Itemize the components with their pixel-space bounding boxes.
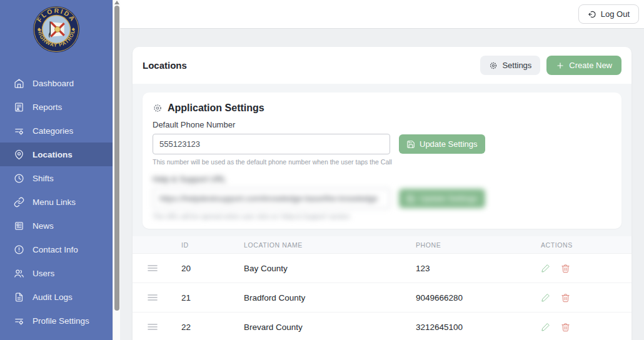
phone-helper-text: This number will be used as the default … bbox=[153, 158, 611, 166]
trash-icon bbox=[561, 293, 570, 302]
drag-handle-icon[interactable] bbox=[148, 322, 181, 331]
table-header: ID LOCATION NAME PHONE ACTIONS bbox=[133, 236, 631, 254]
drag-handle-icon[interactable] bbox=[148, 264, 181, 272]
cell-phone: 123 bbox=[416, 264, 541, 273]
row-actions bbox=[541, 322, 631, 332]
phone-field-label: Default Phone Number bbox=[153, 120, 611, 129]
pencil-icon bbox=[541, 293, 550, 302]
news-icon bbox=[14, 221, 24, 231]
application-settings-title: Application Settings bbox=[153, 102, 611, 114]
cell-id: 22 bbox=[181, 322, 244, 332]
sidebar-item-label: News bbox=[33, 221, 54, 231]
support-field-label: Help & Support URL bbox=[153, 174, 611, 184]
trash-icon bbox=[561, 264, 570, 273]
sidebar: FLORIDA HIGHWAY PATROL Dashboard Reports bbox=[0, 0, 113, 340]
settings-button[interactable]: Settings bbox=[480, 56, 540, 75]
gear-icon bbox=[489, 61, 498, 70]
plus-icon bbox=[556, 61, 565, 70]
fhp-logo: FLORIDA HIGHWAY PATROL bbox=[0, 0, 113, 54]
cell-phone: 9049666280 bbox=[416, 293, 541, 302]
sidebar-item-contact-info[interactable]: Contact Info bbox=[0, 238, 113, 261]
support-helper-text: The URL will be opened when user click o… bbox=[153, 212, 611, 220]
users-icon bbox=[14, 268, 24, 279]
sidebar-item-label: Profile Settings bbox=[33, 316, 89, 326]
home-icon bbox=[14, 78, 24, 89]
sidebar-item-profile-settings[interactable]: Profile Settings bbox=[0, 309, 113, 332]
alert-badge-icon bbox=[14, 244, 24, 255]
gear-icon bbox=[153, 103, 163, 113]
edit-button[interactable] bbox=[541, 264, 550, 273]
topbar: Log Out bbox=[120, 0, 644, 29]
sidebar-item-reports[interactable]: Reports bbox=[0, 95, 113, 119]
table-row: 20 Bay County 123 bbox=[133, 254, 631, 283]
logout-button[interactable]: Log Out bbox=[578, 4, 639, 24]
row-actions bbox=[541, 293, 631, 302]
sidebar-item-label: Reports bbox=[33, 102, 62, 112]
update-settings-button[interactable]: Update Settings bbox=[399, 134, 485, 154]
sliders-gear-icon bbox=[14, 316, 24, 326]
save-icon bbox=[406, 194, 415, 203]
sidebar-item-audit-logs[interactable]: Audit Logs bbox=[0, 285, 113, 309]
scrollbar-thumb[interactable] bbox=[114, 6, 119, 311]
scroll-up-arrow[interactable] bbox=[114, 1, 119, 4]
header-phone: PHONE bbox=[416, 241, 541, 249]
pencil-icon bbox=[541, 264, 550, 273]
cell-id: 20 bbox=[181, 264, 244, 273]
update-support-button[interactable]: Update Settings bbox=[399, 189, 485, 208]
default-phone-input[interactable] bbox=[153, 134, 390, 154]
page-title: Locations bbox=[143, 60, 187, 71]
application-settings-card: Application Settings Default Phone Numbe… bbox=[143, 92, 621, 229]
support-url-input[interactable] bbox=[153, 188, 390, 209]
sidebar-item-menu-links[interactable]: Menu Links bbox=[0, 190, 113, 214]
header-id: ID bbox=[181, 241, 244, 249]
section-title-label: Application Settings bbox=[168, 102, 264, 114]
locations-card: Locations Settings Create New bbox=[133, 47, 631, 340]
cell-id: 21 bbox=[181, 293, 244, 302]
settings-label: Settings bbox=[502, 61, 531, 70]
map-pin-icon bbox=[14, 149, 24, 160]
pencil-icon bbox=[541, 322, 550, 332]
cell-location-name: Brevard County bbox=[244, 322, 416, 332]
sidebar-item-label: Shifts bbox=[33, 174, 54, 183]
sidebar-scrollbar bbox=[113, 0, 120, 340]
delete-button[interactable] bbox=[561, 264, 570, 273]
sidebar-item-locations[interactable]: Locations bbox=[0, 142, 113, 166]
update-support-label: Update Settings bbox=[420, 194, 478, 203]
cell-phone: 3212645100 bbox=[416, 322, 541, 332]
cell-location-name: Bay County bbox=[244, 264, 416, 273]
delete-button[interactable] bbox=[561, 293, 570, 302]
row-actions bbox=[541, 264, 631, 273]
file-icon bbox=[14, 292, 24, 302]
content: Locations Settings Create New bbox=[120, 29, 644, 340]
sidebar-item-label: Dashboard bbox=[33, 79, 74, 88]
categories-icon bbox=[14, 126, 24, 136]
sidebar-item-categories[interactable]: Categories bbox=[0, 119, 113, 142]
drag-handle-icon[interactable] bbox=[148, 293, 181, 302]
logout-label: Log Out bbox=[601, 9, 630, 19]
sidebar-item-users[interactable]: Users bbox=[0, 261, 113, 285]
trash-icon bbox=[561, 322, 570, 332]
sidebar-item-label: Locations bbox=[33, 150, 73, 159]
save-icon bbox=[406, 140, 415, 149]
create-new-button[interactable]: Create New bbox=[546, 56, 621, 75]
sidebar-item-label: Contact Info bbox=[33, 245, 78, 254]
delete-button[interactable] bbox=[561, 322, 570, 332]
sidebar-item-shifts[interactable]: Shifts bbox=[0, 166, 113, 190]
card-header: Locations Settings Create New bbox=[133, 47, 631, 84]
sidebar-item-news[interactable]: News bbox=[0, 214, 113, 238]
default-phone-group: Default Phone Number Update Settings Thi… bbox=[153, 120, 611, 166]
edit-button[interactable] bbox=[541, 293, 550, 302]
report-icon bbox=[14, 102, 24, 112]
edit-button[interactable] bbox=[541, 322, 550, 332]
sidebar-item-dashboard[interactable]: Dashboard bbox=[0, 71, 113, 95]
sidebar-item-label: Categories bbox=[33, 126, 73, 136]
header-actions: Settings Create New bbox=[480, 56, 621, 75]
cell-location-name: Bradford County bbox=[244, 293, 416, 302]
create-new-label: Create New bbox=[569, 61, 612, 70]
table-row: 22 Brevard County 3212645100 bbox=[133, 312, 631, 340]
sidebar-item-label: Menu Links bbox=[33, 198, 76, 207]
sidebar-nav: Dashboard Reports Categories Locations S… bbox=[0, 71, 113, 332]
header-actions: ACTIONS bbox=[541, 241, 631, 249]
header-location-name: LOCATION NAME bbox=[244, 241, 416, 249]
logout-icon bbox=[588, 10, 596, 19]
